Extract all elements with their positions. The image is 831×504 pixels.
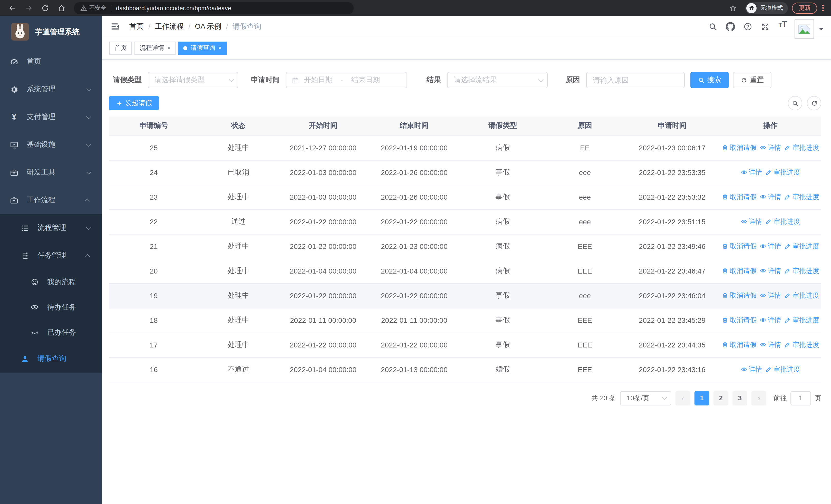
page-button-1[interactable]: 1 [694,391,709,405]
tab-请假查询[interactable]: 请假查询× [178,41,227,55]
action-progress-link[interactable]: 审批进度 [765,365,800,374]
prev-page-button[interactable]: ‹ [676,391,690,405]
action-detail-link[interactable]: 详情 [760,242,781,251]
sidebar-item-payment[interactable]: ¥支付管理 [0,103,102,131]
action-cancel-link[interactable]: 取消请假 [722,242,756,251]
avatar[interactable] [795,19,814,39]
sidebar-item-workflow[interactable]: 工作流程 [0,186,102,214]
sidebar-item-done-task[interactable]: 已办任务 [0,320,102,345]
cell-apply_time: 2022-01-22 23:49:46 [625,234,720,259]
reset-button[interactable]: 重置 [733,72,771,88]
bookmark-star-icon[interactable] [728,3,738,12]
action-label: 取消请假 [730,266,756,276]
leave-type-select[interactable]: 请选择请假类型 [148,72,238,88]
user-icon [21,354,29,363]
tab-首页[interactable]: 首页 [109,41,132,55]
action-cancel-link[interactable]: 取消请假 [722,143,756,152]
sidebar-item-label: 基础设施 [27,140,86,149]
page-size-select[interactable]: 10条/页 [620,391,671,405]
sidebar-item-process-mgmt[interactable]: 流程管理 [0,214,102,242]
apply-time-range-picker[interactable]: 开始日期 - 结束日期 [286,72,407,88]
action-cancel-link[interactable]: 取消请假 [722,316,756,325]
refresh-table-button[interactable] [807,96,821,110]
action-cancel-link[interactable]: 取消请假 [722,340,756,350]
cell-id: 21 [109,234,199,259]
page-button-3[interactable]: 3 [733,391,747,405]
action-detail-link[interactable]: 详情 [760,266,781,276]
sidebar-item-home[interactable]: 首页 [0,48,102,76]
goto-page-input[interactable] [791,391,811,405]
tab-流程详情[interactable]: 流程详情× [135,41,176,55]
action-detail-link[interactable]: 详情 [760,340,781,350]
address-bar[interactable]: 不安全 dashboard.yudao.iocoder.cn/bpm/oa/le… [74,2,354,14]
action-progress-link[interactable]: 审批进度 [784,242,819,251]
sidebar-item-label: 待办任务 [47,302,102,312]
sidebar-item-todo-task[interactable]: 待办任务 [0,295,102,320]
browser-forward-icon[interactable] [24,3,33,12]
cell-type: 事假 [460,185,545,209]
trash-icon [722,145,730,151]
action-progress-link[interactable]: 审批进度 [784,192,819,202]
action-progress-link[interactable]: 审批进度 [784,291,819,300]
action-progress-link[interactable]: 审批进度 [784,340,819,350]
action-label: 审批进度 [793,192,819,202]
browser-back-icon[interactable] [8,3,17,12]
breadcrumb-item[interactable]: 工作流程 [155,22,184,31]
sidebar-item-system[interactable]: 系统管理 [0,76,102,103]
action-detail-link[interactable]: 详情 [741,217,762,226]
action-progress-link[interactable]: 审批进度 [765,168,800,177]
avatar-caret-icon[interactable] [819,27,824,33]
sidebar-item-task-mgmt[interactable]: 任务管理 [0,242,102,269]
action-label: 详情 [768,242,781,251]
action-detail-link[interactable]: 详情 [741,365,762,374]
action-progress-link[interactable]: 审批进度 [784,316,819,325]
action-progress-link[interactable]: 审批进度 [784,143,819,152]
action-progress-link[interactable]: 审批进度 [784,266,819,276]
header-search-icon[interactable] [704,19,722,34]
sidebar-item-infra[interactable]: 基础设施 [0,131,102,158]
search-icon [698,77,705,83]
action-cancel-link[interactable]: 取消请假 [722,266,756,276]
create-leave-button[interactable]: 发起请假 [109,96,159,110]
next-page-button[interactable]: › [751,391,766,405]
fullscreen-icon[interactable] [756,19,774,34]
action-label: 详情 [768,143,781,152]
result-select[interactable]: 请选择流结果 [447,72,548,88]
cell-end: 2022-01-26 00:00:00 [368,160,460,185]
cell-apply_time: 2022-01-22 23:43:16 [625,357,720,382]
reason-input[interactable] [586,72,685,88]
action-detail-link[interactable]: 详情 [760,291,781,300]
cell-status: 处理中 [199,234,278,259]
action-detail-link[interactable]: 详情 [760,192,781,202]
search-button[interactable]: 搜索 [690,72,729,88]
font-size-icon[interactable]: TT [774,19,792,34]
browser-home-icon[interactable] [57,3,66,12]
page-button-2[interactable]: 2 [713,391,728,405]
chevron-down-icon [662,395,667,400]
action-detail-link[interactable]: 详情 [760,143,781,152]
browser-menu-icon[interactable] [822,5,824,11]
action-detail-link[interactable]: 详情 [760,316,781,325]
browser-reload-icon[interactable] [40,3,50,12]
close-icon[interactable]: × [167,45,171,51]
sidebar-item-my-process[interactable]: 我的流程 [0,269,102,295]
close-icon[interactable]: × [219,45,222,51]
breadcrumb: 首页/工作流程/OA 示例/请假查询 [130,22,704,31]
eye-icon [741,366,749,373]
github-icon[interactable] [722,19,739,34]
cell-apply_time: 2022-01-22 23:53:35 [625,160,720,185]
breadcrumb-item[interactable]: OA 示例 [195,22,222,31]
cell-reason: EEE [545,259,625,283]
action-progress-link[interactable]: 审批进度 [765,217,800,226]
sidebar-item-leave-query[interactable]: 请假查询 [0,345,102,373]
toggle-search-button[interactable] [788,96,802,110]
action-detail-link[interactable]: 详情 [741,168,762,177]
help-icon[interactable] [739,19,756,34]
action-cancel-link[interactable]: 取消请假 [722,192,756,202]
update-button[interactable]: 更新 [792,2,817,13]
collapse-sidebar-icon[interactable] [110,22,120,31]
robot-icon [30,278,39,287]
action-cancel-link[interactable]: 取消请假 [722,291,756,300]
sidebar-item-devtools[interactable]: 研发工具 [0,158,102,186]
breadcrumb-item[interactable]: 首页 [130,22,144,31]
